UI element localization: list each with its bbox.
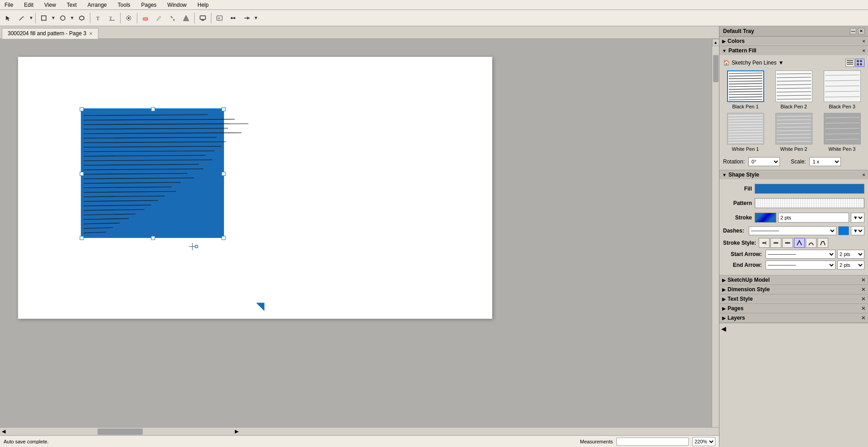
pen-dropdown[interactable]: ▼ (29, 15, 33, 20)
arrow-dropdown[interactable]: ▼ (254, 15, 258, 20)
grid-view-btn[interactable] (855, 59, 864, 67)
scale-select[interactable]: 1 x 0.5 x 2 x (809, 157, 841, 166)
select-tool[interactable] (2, 12, 14, 24)
hscroll-thumb[interactable] (98, 428, 143, 435)
sketchup-model-section[interactable]: ▶ SketchUp Model ✕ (719, 275, 868, 285)
text-style-section[interactable]: ▶ Text Style ✕ (719, 294, 868, 304)
shape-dropdown[interactable]: ▼ (51, 15, 56, 20)
pattern-style-swatch[interactable] (755, 198, 864, 208)
pages-close-btn[interactable]: ✕ (861, 306, 865, 312)
pattern-item-wp1[interactable]: White Pen 1 (723, 113, 768, 152)
menu-edit[interactable]: Edit (21, 1, 36, 9)
dashes-size-select[interactable]: ▼ (851, 226, 864, 235)
circle-dropdown[interactable]: ▼ (70, 15, 75, 20)
stroke-size-input[interactable] (778, 213, 849, 223)
polygon-tool[interactable] (75, 12, 88, 24)
sketchup-close-btn[interactable]: ✕ (861, 277, 865, 283)
canvas-scroll[interactable] (0, 39, 712, 427)
tab-close-button[interactable]: ✕ (89, 31, 93, 36)
vscroll-up-btn[interactable]: ▲ (712, 39, 719, 46)
pages-section[interactable]: ▶ Pages ✕ (719, 304, 868, 313)
menu-file[interactable]: File (2, 1, 16, 9)
hscroll-left-btn[interactable]: ◀ (0, 428, 7, 434)
pattern-fill-close-btn[interactable]: × (863, 48, 865, 53)
menu-tools[interactable]: Tools (115, 1, 133, 9)
pattern-item-wp2[interactable]: White Pen 2 (771, 113, 816, 152)
fill-tool[interactable] (180, 12, 192, 24)
tray-close-btn[interactable]: ✕ (858, 28, 864, 34)
stroke-size-select[interactable]: ▼ (851, 213, 864, 223)
pattern-item-bp3[interactable]: Black Pen 3 (820, 70, 864, 109)
panel-collapse-btn[interactable]: ◀ (721, 325, 726, 332)
pattern-label-wp3: White Pen 3 (829, 146, 856, 152)
hscroll-right-btn[interactable]: ▶ (233, 428, 240, 434)
shape-style-title-bar[interactable]: ▼ Shape Style × (719, 170, 868, 179)
end-arrow-select[interactable]: ──────── ───────→ (765, 261, 835, 270)
layers-close-btn[interactable]: ✕ (861, 315, 865, 321)
dashes-select[interactable]: ──────── - - - - - · · · · · (749, 226, 836, 235)
svg-rect-49 (80, 236, 84, 240)
text-tool[interactable]: T (92, 12, 105, 24)
arrow-right-tool[interactable] (240, 12, 253, 24)
svg-rect-48 (222, 172, 225, 176)
list-view-btn[interactable] (845, 59, 854, 67)
horizontal-scrollbar[interactable]: ◀ ▶ (0, 427, 719, 435)
pattern-fill-title-bar[interactable]: ▼ Pattern Fill × (719, 46, 868, 55)
pattern-item-wp3[interactable]: White Pen 3 (820, 113, 864, 152)
eraser-tool[interactable] (139, 12, 152, 24)
monitor-tool[interactable] (196, 12, 209, 24)
menu-view[interactable]: View (42, 1, 59, 9)
zoom-select[interactable]: 50% 75% 100% 150% 200% 220% 300% 400% (692, 437, 715, 446)
home-icon[interactable]: 🏠 (723, 60, 730, 66)
page-canvas[interactable] (18, 57, 492, 319)
fill-color-swatch[interactable] (755, 184, 864, 194)
main-container: 3000204 fill and pattern - Page 3 ✕ (0, 26, 868, 447)
ss-btn-round-join[interactable] (806, 238, 817, 248)
rotation-select[interactable]: 0° 45° 90° 135° 180° (748, 157, 780, 166)
start-arrow-size[interactable]: 2 pts 1 pt 4 pts (837, 250, 864, 259)
colors-close-btn[interactable]: × (863, 38, 865, 44)
shape-style-close-btn[interactable]: × (863, 172, 865, 177)
measurements-input[interactable] (616, 438, 689, 446)
menu-window[interactable]: Window (165, 1, 190, 9)
plus-tool[interactable]: + (213, 12, 226, 24)
settings-tool[interactable] (122, 12, 135, 24)
stroke-color-swatch[interactable] (755, 213, 776, 223)
shape-tool[interactable] (37, 12, 50, 24)
menu-pages[interactable]: Pages (139, 1, 159, 9)
document-tab[interactable]: 3000204 fill and pattern - Page 3 ✕ (2, 28, 98, 39)
dimension-close-btn[interactable]: ✕ (861, 287, 865, 293)
svg-marker-10 (183, 15, 189, 21)
ss-btn-bevel[interactable] (817, 238, 828, 248)
pattern-category-arrow[interactable]: ▼ (778, 60, 784, 66)
ss-btn-miter[interactable] (794, 238, 805, 248)
circle-tool[interactable] (56, 12, 69, 24)
svg-point-54 (195, 245, 198, 248)
sep2 (90, 13, 90, 23)
arrows-tool[interactable] (227, 12, 239, 24)
paint-tool[interactable] (166, 12, 179, 24)
vertical-scrollbar[interactable]: ▲ (712, 39, 719, 427)
start-arrow-select[interactable]: ──────── ←─────── (765, 250, 835, 259)
pen-tool[interactable] (15, 12, 28, 24)
menu-text[interactable]: Text (64, 1, 79, 9)
dashes-color-btn[interactable] (838, 226, 849, 235)
pattern-item-bp2[interactable]: Black Pen 2 (771, 70, 816, 109)
pattern-item-bp1[interactable]: Black Pen 1 (723, 70, 768, 109)
dimension-style-section[interactable]: ▶ Dimension Style ✕ (719, 285, 868, 294)
tray-pin-btn[interactable]: — (850, 28, 856, 34)
text-style-close-btn[interactable]: ✕ (861, 296, 865, 302)
colors-title-bar[interactable]: ▶ Colors × (719, 37, 868, 46)
ss-btn-round[interactable] (770, 238, 781, 248)
layers-section[interactable]: ▶ Layers ✕ (719, 313, 868, 323)
pattern-thumb-bp2 (775, 70, 812, 102)
ss-btn-square[interactable] (782, 238, 793, 248)
tab-bar: 3000204 fill and pattern - Page 3 ✕ (0, 26, 719, 39)
end-arrow-size[interactable]: 2 pts 1 pt 4 pts (837, 261, 864, 270)
vscroll-thumb[interactable] (713, 55, 719, 82)
menu-help[interactable]: Help (195, 1, 211, 9)
menu-arrange[interactable]: Arrange (85, 1, 110, 9)
eyedropper-tool[interactable] (153, 12, 165, 24)
text2-tool[interactable]: T (106, 12, 118, 24)
ss-btn-butt[interactable] (759, 238, 770, 248)
